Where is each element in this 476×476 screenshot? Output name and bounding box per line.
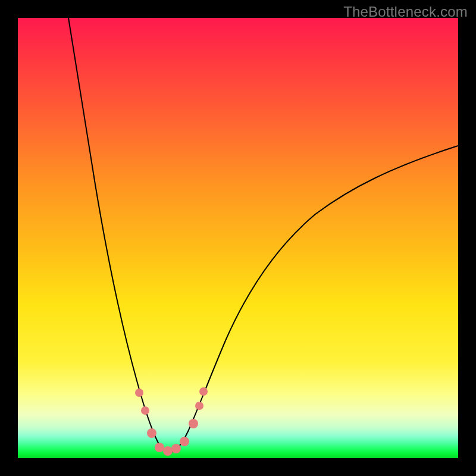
marker-dot <box>199 387 208 396</box>
marker-dot <box>141 406 149 415</box>
marker-dot <box>163 446 173 456</box>
chart-frame: TheBottleneck.com <box>0 0 476 476</box>
marker-dot <box>195 402 203 410</box>
trough-markers <box>135 387 208 456</box>
plot-area <box>18 18 458 458</box>
marker-dot <box>180 437 189 446</box>
marker-dot <box>135 389 143 397</box>
marker-dot <box>155 443 164 452</box>
marker-dot <box>171 444 181 453</box>
bottleneck-curve <box>68 18 458 452</box>
curve-layer <box>18 18 458 458</box>
marker-dot <box>189 419 198 428</box>
marker-dot <box>147 428 156 438</box>
